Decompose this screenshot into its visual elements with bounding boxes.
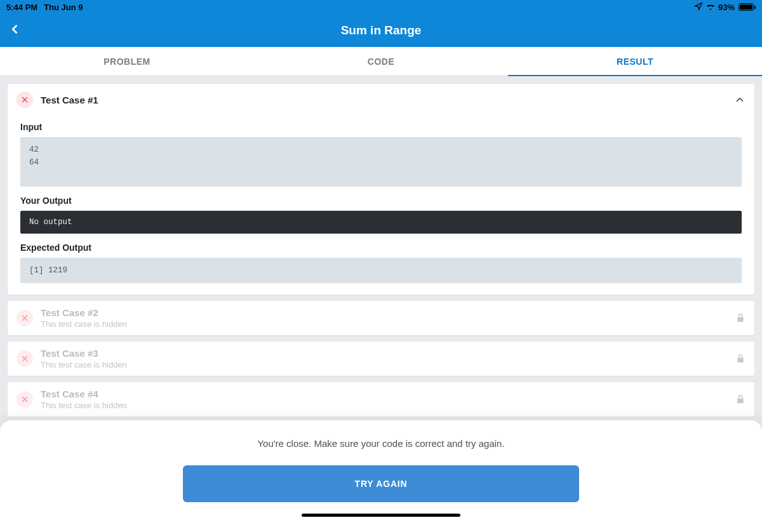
sheet-message: You're close. Make sure your code is cor…: [257, 438, 504, 449]
tab-problem[interactable]: PROBLEM: [0, 47, 254, 76]
input-label: Input: [20, 122, 742, 132]
bottom-sheet: You're close. Make sure your code is cor…: [0, 420, 762, 532]
test-case-3-title: Test Case #3: [41, 348, 127, 359]
try-again-button[interactable]: TRY AGAIN: [183, 465, 579, 502]
test-case-4-sub: This test case is hidden: [41, 401, 127, 410]
results-content: Test Case #1 Input 42 64 Your Output No …: [0, 76, 762, 430]
tab-result[interactable]: RESULT: [508, 47, 762, 76]
fail-icon: [17, 91, 33, 108]
tab-bar: PROBLEM CODE RESULT: [0, 47, 762, 76]
test-case-1-body: Input 42 64 Your Output No output Expect…: [8, 116, 754, 295]
status-bar: 5:44 PM Thu Jun 9 93%: [0, 0, 762, 14]
test-case-1-header[interactable]: Test Case #1: [8, 84, 754, 116]
test-case-1: Test Case #1 Input 42 64 Your Output No …: [8, 84, 754, 295]
battery-icon: [737, 3, 756, 11]
lock-icon: [735, 312, 745, 324]
test-case-3-header[interactable]: Test Case #3 This test case is hidden: [8, 342, 754, 376]
fail-icon: [17, 391, 33, 408]
fail-icon: [17, 350, 33, 367]
your-output-value: No output: [20, 211, 742, 234]
home-indicator[interactable]: [302, 514, 460, 517]
test-case-2: Test Case #2 This test case is hidden: [8, 301, 754, 335]
tab-code[interactable]: CODE: [254, 47, 508, 76]
battery-pct: 93%: [718, 3, 735, 12]
test-case-4: Test Case #4 This test case is hidden: [8, 382, 754, 416]
test-case-2-header[interactable]: Test Case #2 This test case is hidden: [8, 301, 754, 335]
fail-icon: [17, 310, 33, 326]
test-case-3: Test Case #3 This test case is hidden: [8, 342, 754, 376]
expected-output-value: [1] 1219: [20, 258, 742, 283]
expected-output-label: Expected Output: [20, 243, 742, 253]
test-case-2-sub: This test case is hidden: [41, 319, 127, 329]
lock-icon: [735, 353, 745, 364]
chevron-up-icon: [734, 94, 745, 105]
your-output-label: Your Output: [20, 196, 742, 206]
status-date: Thu Jun 9: [44, 3, 83, 12]
test-case-4-title: Test Case #4: [41, 389, 127, 399]
navbar: Sum in Range: [0, 14, 762, 47]
back-button[interactable]: [8, 22, 22, 39]
test-case-2-title: Test Case #2: [41, 307, 127, 318]
test-case-1-title: Test Case #1: [41, 95, 98, 105]
test-case-3-sub: This test case is hidden: [41, 360, 127, 369]
lock-icon: [735, 394, 745, 405]
status-time: 5:44 PM: [6, 3, 37, 12]
location-icon: [694, 2, 703, 13]
test-case-4-header[interactable]: Test Case #4 This test case is hidden: [8, 382, 754, 416]
input-value: 42 64: [20, 137, 742, 187]
wifi-icon: [705, 3, 716, 12]
page-title: Sum in Range: [0, 23, 762, 37]
